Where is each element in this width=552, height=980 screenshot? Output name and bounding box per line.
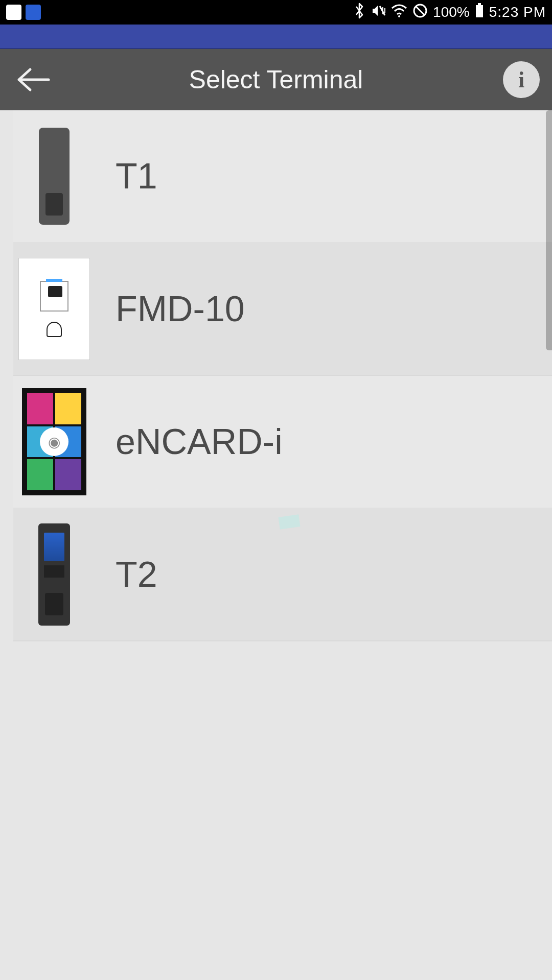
battery-percent-text: 100%	[433, 4, 470, 20]
terminal-item-encard[interactable]: ◉ eNCARD-i	[13, 376, 552, 509]
page-title: Select Terminal	[189, 65, 363, 94]
device-image-icon	[39, 128, 70, 225]
terminal-item-t1[interactable]: T1	[13, 110, 552, 243]
notification-app-icon-1	[6, 5, 21, 20]
svg-point-3	[398, 15, 400, 17]
device-image-icon	[38, 523, 70, 626]
mute-vibrate-icon	[371, 3, 386, 22]
clock-text: 5:23 PM	[489, 4, 546, 20]
terminal-item-fmd10[interactable]: FMD-10	[13, 243, 552, 376]
info-button[interactable]: i	[503, 61, 540, 98]
bluetooth-icon	[353, 3, 365, 22]
status-bar: 100% 5:23 PM	[0, 0, 552, 25]
terminal-label: T1	[116, 156, 157, 197]
terminal-thumbnail: ◉	[13, 391, 95, 493]
notification-app-icon-2	[26, 5, 41, 20]
battery-icon	[475, 3, 484, 22]
app-header: Select Terminal i	[0, 49, 552, 110]
svg-rect-7	[478, 3, 481, 5]
svg-line-5	[416, 6, 425, 15]
device-image-icon	[18, 258, 90, 360]
wifi-icon	[391, 4, 407, 21]
terminal-thumbnail	[13, 258, 95, 360]
device-image-icon: ◉	[22, 388, 86, 495]
terminal-list[interactable]: T1 FMD-10 ◉ eNCARD-i	[0, 110, 552, 980]
terminal-thumbnail	[13, 523, 95, 626]
fingerprint-icon: ◉	[40, 427, 68, 456]
bell-icon	[47, 322, 62, 337]
info-icon: i	[518, 67, 524, 93]
svg-rect-6	[476, 5, 483, 17]
app-top-bar	[0, 25, 552, 49]
terminal-label: T2	[116, 554, 157, 595]
terminal-label: FMD-10	[116, 289, 245, 329]
no-sim-icon	[412, 3, 428, 22]
terminal-label: eNCARD-i	[116, 421, 283, 462]
terminal-thumbnail	[13, 125, 95, 227]
scrollbar-thumb[interactable]	[546, 110, 552, 350]
arrow-left-icon	[15, 66, 51, 93]
back-button[interactable]	[12, 59, 53, 100]
